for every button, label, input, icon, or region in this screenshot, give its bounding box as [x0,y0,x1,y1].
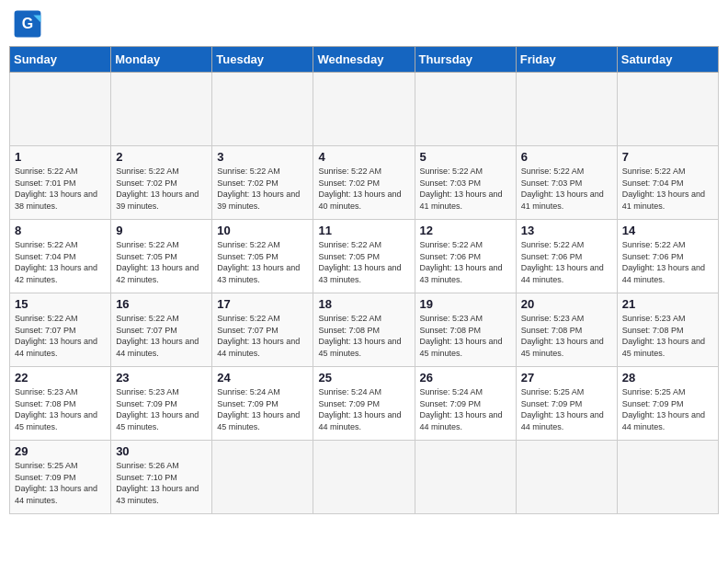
day-number: 4 [318,150,409,164]
calendar-cell: 7Sunrise: 5:22 AMSunset: 7:04 PMDaylight… [617,146,718,220]
calendar-cell: 11Sunrise: 5:22 AMSunset: 7:05 PMDayligh… [313,220,415,293]
calendar-cell: 16Sunrise: 5:22 AMSunset: 7:07 PMDayligh… [111,293,212,367]
calendar-cell [415,73,516,146]
day-detail: Sunrise: 5:22 AMSunset: 7:05 PMDaylight:… [318,239,409,285]
day-number: 15 [15,297,106,311]
day-detail: Sunrise: 5:22 AMSunset: 7:02 PMDaylight:… [318,166,409,212]
day-detail: Sunrise: 5:22 AMSunset: 7:05 PMDaylight:… [217,239,308,285]
day-number: 26 [420,371,511,385]
calendar-cell: 28Sunrise: 5:25 AMSunset: 7:09 PMDayligh… [617,367,718,441]
day-number: 23 [116,371,207,385]
calendar-cell [313,441,415,514]
day-detail: Sunrise: 5:22 AMSunset: 7:06 PMDaylight:… [420,239,511,285]
calendar-cell [212,73,313,146]
day-number: 6 [521,150,612,164]
calendar-cell [617,73,718,146]
calendar-cell: 2Sunrise: 5:22 AMSunset: 7:02 PMDaylight… [111,146,212,220]
day-number: 13 [521,224,612,237]
day-detail: Sunrise: 5:25 AMSunset: 7:09 PMDaylight:… [521,386,612,432]
day-number: 16 [116,297,207,311]
calendar-cell: 20Sunrise: 5:23 AMSunset: 7:08 PMDayligh… [516,293,617,367]
calendar-cell: 30Sunrise: 5:26 AMSunset: 7:10 PMDayligh… [111,441,212,514]
calendar-cell: 4Sunrise: 5:22 AMSunset: 7:02 PMDaylight… [313,146,415,220]
calendar-cell [415,441,516,514]
day-number: 27 [521,371,612,385]
calendar-cell: 6Sunrise: 5:22 AMSunset: 7:03 PMDaylight… [516,146,617,220]
day-detail: Sunrise: 5:24 AMSunset: 7:09 PMDaylight:… [217,386,308,432]
day-number: 7 [622,150,713,164]
calendar-week-row [10,73,719,146]
day-detail: Sunrise: 5:22 AMSunset: 7:07 PMDaylight:… [15,313,106,359]
calendar-cell: 13Sunrise: 5:22 AMSunset: 7:06 PMDayligh… [516,220,617,293]
day-number: 29 [15,444,106,458]
day-detail: Sunrise: 5:24 AMSunset: 7:09 PMDaylight:… [318,386,409,432]
calendar-cell: 17Sunrise: 5:22 AMSunset: 7:07 PMDayligh… [212,293,313,367]
day-detail: Sunrise: 5:22 AMSunset: 7:06 PMDaylight:… [622,239,713,285]
day-detail: Sunrise: 5:24 AMSunset: 7:09 PMDaylight:… [420,386,511,432]
calendar-cell: 27Sunrise: 5:25 AMSunset: 7:09 PMDayligh… [516,367,617,441]
day-number: 9 [116,224,207,237]
svg-text:G: G [22,16,33,31]
calendar-week-row: 22Sunrise: 5:23 AMSunset: 7:08 PMDayligh… [10,367,719,441]
day-detail: Sunrise: 5:22 AMSunset: 7:03 PMDaylight:… [521,166,612,212]
calendar-cell: 12Sunrise: 5:22 AMSunset: 7:06 PMDayligh… [415,220,516,293]
day-number: 24 [217,371,308,385]
calendar-cell: 3Sunrise: 5:22 AMSunset: 7:02 PMDaylight… [212,146,313,220]
calendar-cell: 9Sunrise: 5:22 AMSunset: 7:05 PMDaylight… [111,220,212,293]
day-detail: Sunrise: 5:23 AMSunset: 7:09 PMDaylight:… [116,386,207,432]
day-detail: Sunrise: 5:22 AMSunset: 7:02 PMDaylight:… [217,166,308,212]
day-detail: Sunrise: 5:25 AMSunset: 7:09 PMDaylight:… [15,460,106,506]
day-number: 11 [318,224,409,237]
calendar-cell: 23Sunrise: 5:23 AMSunset: 7:09 PMDayligh… [111,367,212,441]
day-detail: Sunrise: 5:22 AMSunset: 7:04 PMDaylight:… [15,239,106,285]
day-detail: Sunrise: 5:26 AMSunset: 7:10 PMDaylight:… [116,460,207,506]
day-number: 22 [15,371,106,385]
day-number: 21 [622,297,713,311]
calendar-cell [313,73,415,146]
col-header-wednesday: Wednesday [313,47,415,73]
day-detail: Sunrise: 5:22 AMSunset: 7:02 PMDaylight:… [116,166,207,212]
calendar-cell: 10Sunrise: 5:22 AMSunset: 7:05 PMDayligh… [212,220,313,293]
calendar-cell: 1Sunrise: 5:22 AMSunset: 7:01 PMDaylight… [10,146,111,220]
day-detail: Sunrise: 5:22 AMSunset: 7:01 PMDaylight:… [15,166,106,212]
calendar-cell: 18Sunrise: 5:22 AMSunset: 7:08 PMDayligh… [313,293,415,367]
col-header-tuesday: Tuesday [212,47,313,73]
day-number: 25 [318,371,409,385]
calendar-cell [212,441,313,514]
calendar-header-row: SundayMondayTuesdayWednesdayThursdayFrid… [10,47,719,73]
header: G [9,9,719,39]
day-number: 10 [217,224,308,237]
calendar-cell [10,73,111,146]
day-number: 30 [116,444,207,458]
calendar-cell: 8Sunrise: 5:22 AMSunset: 7:04 PMDaylight… [10,220,111,293]
day-number: 12 [420,224,511,237]
calendar-cell [617,441,718,514]
col-header-saturday: Saturday [617,47,718,73]
day-number: 3 [217,150,308,164]
day-detail: Sunrise: 5:23 AMSunset: 7:08 PMDaylight:… [622,313,713,359]
day-detail: Sunrise: 5:22 AMSunset: 7:03 PMDaylight:… [420,166,511,212]
calendar-cell: 22Sunrise: 5:23 AMSunset: 7:08 PMDayligh… [10,367,111,441]
day-detail: Sunrise: 5:22 AMSunset: 7:08 PMDaylight:… [318,313,409,359]
calendar-week-row: 1Sunrise: 5:22 AMSunset: 7:01 PMDaylight… [10,146,719,220]
day-detail: Sunrise: 5:22 AMSunset: 7:07 PMDaylight:… [217,313,308,359]
day-number: 19 [420,297,511,311]
day-detail: Sunrise: 5:22 AMSunset: 7:04 PMDaylight:… [622,166,713,212]
day-detail: Sunrise: 5:23 AMSunset: 7:08 PMDaylight:… [521,313,612,359]
calendar-cell [111,73,212,146]
calendar-cell: 21Sunrise: 5:23 AMSunset: 7:08 PMDayligh… [617,293,718,367]
calendar-cell [516,73,617,146]
calendar-week-row: 8Sunrise: 5:22 AMSunset: 7:04 PMDaylight… [10,220,719,293]
day-number: 17 [217,297,308,311]
calendar-cell: 19Sunrise: 5:23 AMSunset: 7:08 PMDayligh… [415,293,516,367]
calendar-week-row: 29Sunrise: 5:25 AMSunset: 7:09 PMDayligh… [10,441,719,514]
day-number: 28 [622,371,713,385]
day-detail: Sunrise: 5:22 AMSunset: 7:06 PMDaylight:… [521,239,612,285]
day-detail: Sunrise: 5:22 AMSunset: 7:05 PMDaylight:… [116,239,207,285]
day-number: 1 [15,150,106,164]
col-header-friday: Friday [516,47,617,73]
day-number: 2 [116,150,207,164]
calendar-cell: 14Sunrise: 5:22 AMSunset: 7:06 PMDayligh… [617,220,718,293]
day-number: 8 [15,224,106,237]
logo: G [13,9,46,39]
